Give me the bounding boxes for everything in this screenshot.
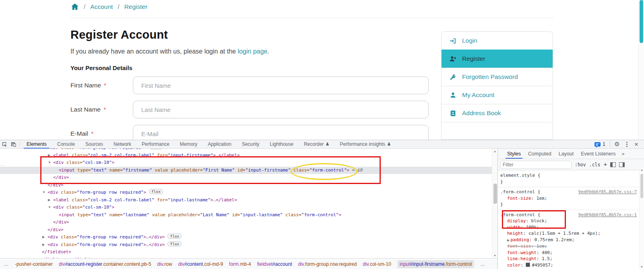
elements-tree-row[interactable]: ▼<div class="form-group row required">fl… — [0, 189, 492, 197]
crumb-overflow[interactable]: … — [480, 261, 485, 267]
flex-badge[interactable]: flex — [167, 241, 182, 246]
sidebar-item-my-account[interactable]: My Account — [442, 86, 553, 104]
elements-crumb[interactable]: input#input-firstname.form-control — [397, 260, 474, 268]
elements-tree-row[interactable]: </div> — [0, 226, 492, 234]
devtools-tab-lighthouse[interactable]: Lighthouse — [264, 140, 299, 149]
close-devtools-icon[interactable]: × — [632, 140, 641, 148]
first-name-input[interactable] — [133, 77, 429, 94]
css-rule[interactable]: 9ed09db6f85…8b57e.css:7.form-control {fo… — [498, 187, 639, 210]
more-tabs-chevron[interactable]: » — [619, 149, 627, 159]
elements-crumb[interactable]: div.col-sm-10 — [363, 261, 391, 267]
css-property[interactable]: font-size: 1em; — [500, 195, 637, 202]
css-property[interactable]: width: 100%; — [500, 224, 637, 231]
cls-toggle[interactable]: .cls — [589, 162, 601, 168]
css-property[interactable]: font-size: 1em; — [500, 243, 637, 250]
devtools-tab-security[interactable]: Security — [237, 140, 264, 149]
expand-arrow-icon[interactable]: ▶ — [42, 241, 45, 249]
elements-crumb[interactable]: div.row — [157, 261, 172, 267]
elements-tree-row[interactable]: </div> — [0, 182, 492, 189]
collapse-arrow-icon[interactable]: ▼ — [42, 149, 45, 152]
css-property[interactable]: height: calc(1.5em + 1.5rem + 4px); — [500, 230, 637, 237]
styles-scrollbar[interactable]: ▲ ▼ — [639, 168, 644, 269]
collapse-arrow-icon[interactable]: ▼ — [48, 159, 51, 167]
console-messages-chip[interactable]: 1 — [592, 141, 607, 147]
expand-arrow-icon[interactable]: ▶ — [48, 197, 50, 204]
breadcrumb-register[interactable]: Register — [124, 3, 148, 10]
devtools-tab-performance[interactable]: Performance — [136, 140, 175, 149]
new-style-rule-button[interactable]: + — [603, 161, 607, 168]
home-icon[interactable] — [71, 3, 79, 11]
color-swatch[interactable] — [526, 263, 530, 267]
css-property[interactable]: display: block; — [500, 218, 637, 224]
rendering-icon[interactable] — [610, 162, 616, 167]
page-scrollbar-thumb[interactable] — [640, 0, 643, 43]
flex-badge[interactable]: flex — [149, 189, 163, 194]
devtools-tab-sources[interactable]: Sources — [80, 140, 108, 149]
css-rule[interactable]: 9ed09db6f85…8b57e.css:1.form-control {di… — [498, 210, 639, 269]
css-rule[interactable]: element.style {} — [498, 171, 639, 187]
devtools-tab-memory[interactable]: Memory — [175, 140, 202, 149]
styles-filter-input[interactable] — [500, 161, 572, 169]
elements-crumb[interactable]: fieldset#account — [257, 261, 292, 267]
login-page-link[interactable]: login page — [237, 48, 267, 55]
elements-tree-row[interactable]: ▶<div class="form-group row required">…<… — [0, 241, 492, 249]
flex-badge[interactable]: flex — [149, 149, 163, 149]
sidebar-item-register[interactable]: Register — [442, 50, 553, 68]
sidebar-item-login[interactable]: Login — [442, 32, 553, 50]
elements-tree-row[interactable]: ▼<div class="col-sm-10"> — [0, 159, 492, 167]
e-mail-input[interactable] — [133, 125, 429, 140]
styles-tab-computed[interactable]: Computed — [524, 149, 555, 159]
scroll-down-arrow[interactable]: ▼ — [492, 254, 497, 257]
elements-crumb[interactable]: div.form-group.row.required — [298, 261, 357, 267]
styles-tab-event-listeners[interactable]: Event Listeners — [577, 149, 619, 159]
scroll-up-arrow[interactable]: ▲ — [492, 150, 497, 153]
elements-tree-row[interactable]: ▶<div class="form-group row required">…<… — [0, 234, 492, 241]
css-selector[interactable]: .form-control { — [500, 212, 540, 217]
elements-crumb[interactable]: form.mb-4 — [229, 261, 251, 267]
sidebar-item-forgotten-password[interactable]: Forgotten Password — [442, 68, 553, 86]
scroll-down-arrow[interactable]: ▼ — [640, 265, 644, 268]
stylesheet-link[interactable]: 9ed09db6f85…8b57e.css:7 — [578, 189, 637, 195]
elements-tree-row[interactable]: </div> — [0, 219, 492, 226]
toggle-sidebar-icon[interactable] — [619, 162, 625, 167]
css-property[interactable]: color: #495057; — [500, 262, 637, 269]
expand-arrow-icon[interactable]: ▶ — [42, 234, 45, 241]
devtools-tab-network[interactable]: Network — [108, 140, 136, 149]
styles-tab-layout[interactable]: Layout — [555, 149, 578, 159]
scroll-up-arrow[interactable]: ▲ — [640, 168, 644, 171]
css-property[interactable]: font-weight: 400; — [500, 250, 637, 256]
elements-tree-row[interactable]: </div> — [0, 174, 492, 182]
elements-scrollbar-thumb[interactable] — [493, 184, 497, 204]
device-toolbar-icon[interactable] — [9, 140, 18, 148]
last-name-input[interactable] — [133, 101, 429, 118]
elements-crumb[interactable]: div#content.col-md-9 — [178, 261, 223, 267]
devtools-tab-elements[interactable]: Elements — [21, 140, 52, 149]
elements-tree-row[interactable]: </fieldset> — [0, 248, 492, 256]
stylesheet-link[interactable]: 9ed09db6f85…8b57e.css:1 — [578, 212, 637, 218]
more-options-kebab-icon[interactable] — [622, 140, 631, 148]
breadcrumb-account[interactable]: Account — [90, 3, 113, 10]
elements-crumb[interactable]: -pusher-container — [15, 261, 53, 267]
elements-tree-row[interactable]: ▼<div class="form-group row required">fl… — [0, 149, 492, 152]
devtools-tab-application[interactable]: Application — [202, 140, 237, 149]
css-selector[interactable]: .form-control { — [500, 189, 540, 195]
devtools-tab-performance-insights[interactable]: Performance insights — [334, 140, 396, 149]
flex-badge[interactable]: flex — [167, 234, 182, 239]
styles-tab-styles[interactable]: Styles — [504, 149, 524, 159]
css-property[interactable]: ▶padding: 0.75rem 1.2rem; — [500, 237, 637, 244]
sidebar-item-address-book[interactable]: Address Book — [442, 104, 553, 122]
elements-crumb[interactable]: div#account-register.container.content.p… — [59, 261, 151, 267]
elements-tree-row[interactable]: <input type="text" name="firstname" valu… — [0, 167, 492, 174]
elements-tree-row[interactable]: <input type="text" name="lastname" value… — [0, 211, 492, 219]
hov-toggle[interactable]: :hov — [575, 162, 586, 168]
devtools-tab-console[interactable]: Console — [52, 140, 80, 149]
devtools-tab-recorder[interactable]: Recorder — [299, 140, 334, 149]
css-selector[interactable]: element.style { — [500, 173, 540, 178]
expand-arrow-icon[interactable]: ▶ — [48, 152, 50, 159]
inspect-element-icon[interactable] — [0, 140, 9, 148]
collapse-arrow-icon[interactable]: ▼ — [42, 189, 45, 197]
styles-scrollbar-thumb[interactable] — [640, 174, 643, 198]
elements-tree-row[interactable]: ▶<label class="col-sm-2 col-form-label" … — [0, 152, 492, 159]
crumb-overflow[interactable]: … — [4, 261, 9, 267]
collapse-arrow-icon[interactable]: ▼ — [48, 204, 51, 211]
